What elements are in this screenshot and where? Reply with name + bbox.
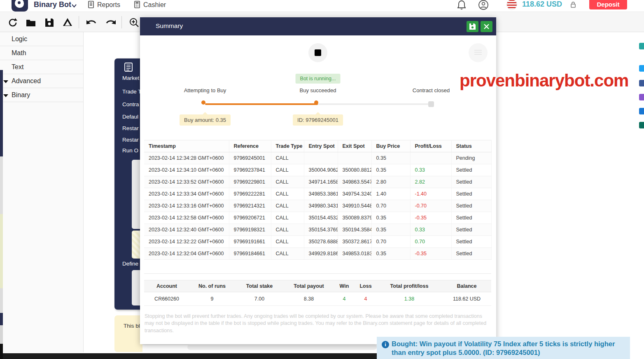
sidebar-item-math[interactable]: Math xyxy=(0,46,83,60)
report-icon xyxy=(88,1,94,10)
table-cell: Pending xyxy=(451,152,491,164)
table-cell: 2023-02-14 12:32:58 GMT+0600 xyxy=(144,212,229,224)
table-cell: CALL xyxy=(271,248,304,260)
sidebar-item-binary[interactable]: Binary xyxy=(0,88,83,102)
dialog-save-button[interactable] xyxy=(467,21,478,32)
table-cell: 0.35 xyxy=(371,212,410,224)
table-cell: 97969206721 xyxy=(229,212,271,224)
share-icon[interactable] xyxy=(639,65,644,72)
dialog-title: Summary xyxy=(156,22,183,30)
column-header: Reference xyxy=(229,140,271,152)
bottom-scrollbar[interactable] xyxy=(0,353,378,359)
sidebar-item-logic[interactable]: Logic xyxy=(0,32,83,46)
table-cell: Settled xyxy=(451,236,491,248)
notifications-bell-icon[interactable] xyxy=(456,0,467,12)
notification-message: Bought: Win payout if Volatility 75 Inde… xyxy=(392,340,622,357)
table-cell: 0.70 xyxy=(371,236,410,248)
trades-table: TimestampReferenceTrade TypeEntry SpotEx… xyxy=(144,140,491,274)
zoom-in-icon[interactable] xyxy=(129,17,140,28)
summary-dialog-header[interactable]: Summary xyxy=(140,17,496,35)
bot-status-badge: Bot is running... xyxy=(296,74,341,84)
open-folder-icon[interactable] xyxy=(26,17,36,28)
column-header: Win xyxy=(334,280,355,292)
redo-icon[interactable] xyxy=(105,17,115,28)
block-label: Run O xyxy=(122,147,138,154)
table-cell: 2023-02-14 12:34:10 GMT+0600 xyxy=(144,164,229,176)
table-row: 2023-02-14 12:32:04 GMT+060097969184661C… xyxy=(144,248,491,260)
share-icon[interactable] xyxy=(639,94,644,100)
brand-title[interactable]: Binary Bot xyxy=(34,0,71,9)
progress-endpoint xyxy=(428,101,434,107)
chevron-down-icon[interactable] xyxy=(71,2,77,11)
block-label: Defaul xyxy=(122,114,138,120)
table-cell: 0.35 xyxy=(371,224,410,236)
buy-amount-tooltip: Buy amount: 0.35 xyxy=(180,114,231,126)
cutoff-block-strip xyxy=(0,344,3,359)
nav-cashier-link[interactable]: Cashier xyxy=(134,1,166,10)
step-label-attempting: Attempting to Buy xyxy=(184,87,226,93)
account-header-row: AccountNo. of runsTotal stakeTotal payou… xyxy=(144,280,491,292)
sidebar-item-label: Binary xyxy=(12,91,30,98)
share-icon[interactable] xyxy=(639,108,644,114)
table-cell: CALL xyxy=(271,224,304,236)
dialog-close-button[interactable] xyxy=(481,21,492,32)
table-cell: CALL xyxy=(271,164,304,176)
progress-fill xyxy=(205,103,318,105)
step-label-closed: Contract closed xyxy=(413,87,450,93)
nav-reports-link[interactable]: Reports xyxy=(88,1,120,10)
stop-bot-button[interactable] xyxy=(308,43,327,62)
table-cell: 350154.4532 xyxy=(304,212,338,224)
table-cell: 97969198321 xyxy=(229,224,271,236)
block-label: Restar xyxy=(122,125,139,131)
sidebar-item-text[interactable]: Text xyxy=(0,60,83,74)
caret-down-icon xyxy=(3,80,8,83)
table-cell: 118.62 USD xyxy=(442,292,491,306)
table-cell: 7.00 xyxy=(235,292,284,306)
trades-header-row: TimestampReferenceTrade TypeEntry SpotEx… xyxy=(144,140,491,152)
table-cell: 4 xyxy=(334,292,355,306)
column-header: Balance xyxy=(442,280,491,292)
table-row: 2023-02-14 12:34:28 GMT+060097969245001C… xyxy=(144,152,491,164)
reset-icon[interactable] xyxy=(7,17,18,28)
progress-dot-1 xyxy=(201,100,205,105)
table-cell: 2023-02-14 12:33:52 GMT+0600 xyxy=(144,176,229,188)
table-cell: CR660260 xyxy=(144,292,189,306)
table-cell xyxy=(304,152,338,164)
table-cell xyxy=(338,152,371,164)
step-label-succeeded: Buy succeeded xyxy=(300,87,336,93)
table-cell: Settled xyxy=(451,188,491,200)
caret-down-icon xyxy=(3,94,8,97)
table-row: 2023-02-14 12:32:40 GMT+060097969198321C… xyxy=(144,224,491,236)
share-icon[interactable] xyxy=(639,80,644,86)
cashier-icon xyxy=(134,1,140,10)
table-cell: Settled xyxy=(451,164,491,176)
sidebar-item-label: Logic xyxy=(12,35,27,42)
table-cell: 8.38 xyxy=(284,292,334,306)
table-cell: 2.82 xyxy=(410,176,451,188)
table-cell: 2023-02-14 12:32:04 GMT+0600 xyxy=(144,248,229,260)
us-flag-icon[interactable] xyxy=(506,0,517,10)
share-icon[interactable] xyxy=(639,122,644,128)
lock-icon xyxy=(570,1,576,10)
binary-bot-logo-icon[interactable] xyxy=(12,0,28,12)
sidebar-item-label: Math xyxy=(12,49,26,56)
table-cell: 97969245001 xyxy=(229,152,271,164)
share-icon[interactable] xyxy=(639,43,644,49)
google-drive-icon[interactable] xyxy=(62,17,73,28)
column-header: Total stake xyxy=(235,280,284,292)
table-cell: Settled xyxy=(451,200,491,212)
progress-dot-2 xyxy=(314,100,318,105)
account-user-icon[interactable] xyxy=(478,0,489,12)
table-cell: 0.35 xyxy=(371,248,410,260)
column-header: Account xyxy=(144,280,189,292)
comment-block[interactable]: This bl xyxy=(114,315,142,352)
account-balance[interactable]: 118.62 USD xyxy=(522,0,562,9)
sidebar-item-advanced[interactable]: Advanced xyxy=(0,74,83,88)
table-cell: 97969214321 xyxy=(229,200,271,212)
table-cell: 349714.1658 xyxy=(304,176,338,188)
bought-notification[interactable]: i Bought: Win payout if Volatility 75 In… xyxy=(377,337,630,359)
deposit-button[interactable]: Deposit xyxy=(589,0,627,9)
table-cell: CALL xyxy=(271,188,304,200)
undo-icon[interactable] xyxy=(85,17,96,28)
save-icon[interactable] xyxy=(44,17,55,28)
